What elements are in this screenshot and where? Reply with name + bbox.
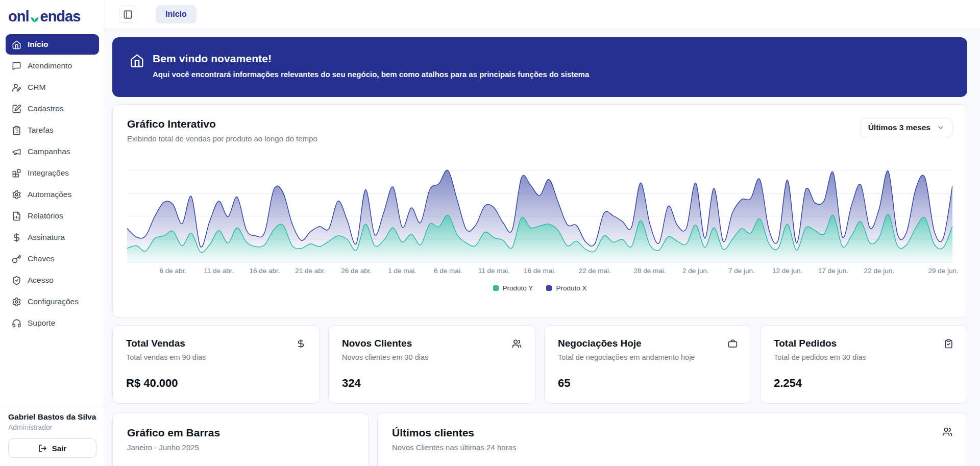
stat-subtitle: Novos clientes em 30 dias [342,353,522,361]
bar-chart-title: Gráfico em Barras [127,427,354,439]
recent-clients-header: Últimos clientes Novos Clientes nas últi… [392,427,952,452]
sidebar-item-campanhas[interactable]: Campanhas [6,141,99,162]
main-area: Início Bem vindo novamente! Aqui você en… [105,0,980,466]
users-icon [512,339,522,349]
chart-body: 6 de abr.11 de abr.16 de abr.21 de abr.2… [127,164,952,292]
stats-row: Total VendasTotal vendas em 90 diasR$ 40… [112,325,967,404]
file-chart-icon [12,211,21,221]
x-axis-tick: 22 de jun. [864,267,894,275]
x-axis-tick: 11 de mai. [478,267,510,275]
sidebar-item-suporte[interactable]: Suporte [6,313,99,333]
user-name: Gabriel Bastos da Silva [8,412,96,422]
logout-label: Sair [52,444,66,453]
brand-text-prefix: onl [8,8,29,25]
sidebar-item-cadastros[interactable]: Cadastros [6,99,99,119]
stat-card-header: Total Pedidos [774,338,953,349]
stat-title: Negociações Hoje [558,338,642,349]
sidebar-item-automacoes[interactable]: Automações [6,184,99,205]
gear-icon [12,190,21,200]
stat-card-header: Novos Clientes [342,338,522,349]
stat-card-header: Negociações Hoje [558,338,738,349]
briefcase-icon [728,339,738,349]
x-axis-tick: 16 de abr. [249,267,280,275]
topbar: Início [105,0,980,29]
stat-subtitle: Total de pedidos em 30 dias [774,353,953,361]
headset-icon [12,318,21,328]
stat-subtitle: Total de negociações em andamento hoje [558,353,738,361]
x-axis-tick: 29 de jun. [928,267,958,275]
user-role: Administrador [8,423,96,431]
banner-subtitle: Aqui você encontrará informações relevan… [153,70,589,79]
sidebar-toggle-button[interactable] [119,6,136,23]
legend-color-swatch [493,285,499,291]
stat-value: 65 [558,377,738,391]
stat-card-negociacoes-hoje: Negociações HojeTotal de negociações em … [544,325,751,404]
stat-title: Total Vendas [126,338,185,349]
sidebar-item-acesso[interactable]: Acesso [6,270,99,290]
sidebar-item-crm[interactable]: CRM [6,77,99,97]
sidebar-item-label: Automações [28,190,71,199]
stat-card-novos-clientes: Novos ClientesNovos clientes em 30 dias3… [328,325,535,404]
recent-clients-title: Últimos clientes [392,427,516,439]
dollar-icon [12,233,21,242]
panel-left-icon [123,10,133,19]
stat-title: Total Pedidos [774,338,837,349]
stat-value: 2.254 [774,377,953,391]
sidebar-item-assinatura[interactable]: Assinatura [6,227,99,248]
x-axis-ticks: 6 de abr.11 de abr.16 de abr.21 de abr.2… [127,267,952,278]
sidebar-item-tarefas[interactable]: Tarefas [6,120,99,140]
key-icon [12,254,21,264]
stat-value: 324 [342,377,522,391]
x-axis-tick: 1 de mai. [388,267,416,275]
sidebar-item-label: Acesso [28,276,54,285]
x-axis-tick: 7 de jun. [728,267,755,275]
legend-color-swatch [546,285,552,291]
legend-item-produto-x: Produto X [546,284,586,292]
sidebar-menu: InícioAtendimentoCRMCadastrosTarefasCamp… [0,31,105,334]
home-icon [12,40,21,50]
square-pen-icon [12,104,21,114]
stat-subtitle: Total vendas em 90 dias [126,353,306,361]
x-axis-tick: 2 de jun. [682,267,709,275]
sidebar-item-label: Atendimento [28,61,72,70]
main-content: Bem vindo novamente! Aqui você encontrar… [105,29,980,466]
brand-text-suffix: endas [40,8,81,25]
sidebar-item-atendimento[interactable]: Atendimento [6,56,99,76]
interactive-area-chart[interactable] [127,164,952,262]
recent-clients-text: Últimos clientes Novos Clientes nas últi… [392,427,516,452]
logout-button[interactable]: Sair [8,438,96,458]
sidebar-item-label: Assinatura [28,233,65,242]
user-pen-icon [12,83,21,92]
sidebar-item-integracoes[interactable]: Integrações [6,163,99,183]
gear-icon [12,297,21,307]
chart-subtitle: Exibindo total de vendas por produto ao … [127,134,317,143]
interactive-chart-card: Gráfico Interativo Exibindo total de ven… [112,104,967,318]
sprout-icon [30,13,40,23]
chart-legend: Produto YProduto X [127,284,952,292]
range-select-value: Últimos 3 meses [868,123,930,132]
sidebar-item-relatorios[interactable]: Relatórios [6,206,99,226]
welcome-banner: Bem vindo novamente! Aqui você encontrar… [112,37,967,97]
legend-label: Produto Y [503,284,533,292]
megaphone-icon [12,147,21,157]
legend-item-produto-y: Produto Y [493,284,533,292]
brand-logo[interactable]: onl endas [0,0,105,31]
shield-check-icon [12,276,21,285]
sidebar-item-label: CRM [28,83,45,92]
stat-title: Novos Clientes [342,338,412,349]
bar-chart-card: Gráfico em Barras Janeiro - Junho 2025 [112,412,369,466]
range-select[interactable]: Últimos 3 meses [861,118,952,137]
banner-title: Bem vindo novamente! [153,53,589,65]
x-axis-tick: 11 de abr. [204,267,234,275]
chart-header: Gráfico Interativo Exibindo total de ven… [127,118,952,143]
sidebar-item-chaves[interactable]: Chaves [6,249,99,269]
stat-card-total-vendas: Total VendasTotal vendas em 90 diasR$ 40… [112,325,320,404]
sidebar-item-inicio[interactable]: Início [6,34,99,55]
bar-chart-subtitle: Janeiro - Junho 2025 [127,443,354,452]
x-axis-tick: 12 de jun. [772,267,802,275]
x-axis-tick: 26 de abr. [341,267,372,275]
sidebar-item-configuracoes[interactable]: Configurações [6,291,99,312]
tab-inicio[interactable]: Início [156,5,197,23]
chat-icon [12,61,21,71]
sidebar-item-label: Relatórios [28,211,63,220]
